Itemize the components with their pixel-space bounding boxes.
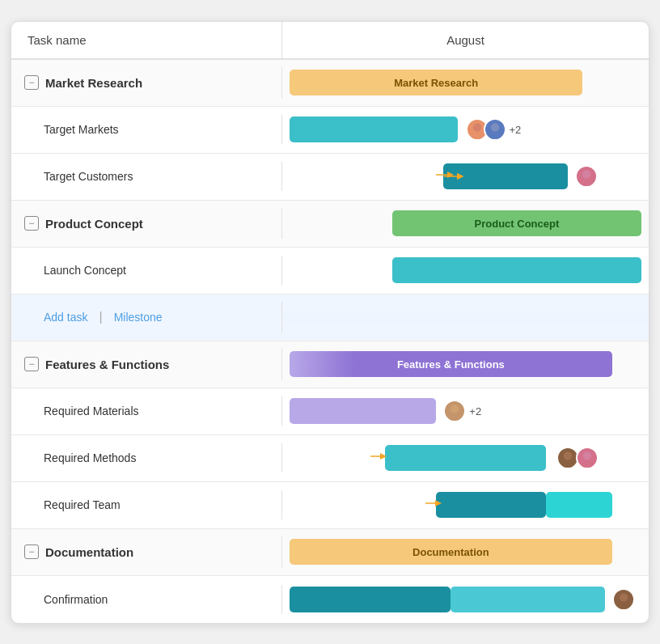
task-name-add-task: Add task | Milestone <box>11 302 282 333</box>
bar-required-materials[interactable] <box>290 398 436 424</box>
avatar-count-target-markets: +2 <box>510 124 522 136</box>
svg-point-5 <box>580 180 594 188</box>
collapse-icon-documentation[interactable]: − <box>24 544 39 559</box>
row-confirmation: Confirmation <box>11 576 649 623</box>
task-name-market-research: − Market Research <box>11 67 282 98</box>
bar-features-functions[interactable]: Features & Functions <box>290 351 612 377</box>
label-required-methods: Required Methods <box>44 451 136 464</box>
timeline-target-customers <box>282 155 649 197</box>
task-name-required-team: Required Team <box>11 490 282 519</box>
avatars-required-materials: +2 <box>443 400 481 422</box>
row-required-methods: Required Methods <box>11 435 649 482</box>
timeline-features-functions: Features & Functions <box>282 343 649 385</box>
bar-required-methods[interactable] <box>385 445 546 471</box>
row-required-materials: Required Materials +2 <box>11 388 649 435</box>
timeline-required-team <box>282 484 649 526</box>
timeline-target-markets: +2 <box>282 108 649 150</box>
svg-point-10 <box>564 451 572 460</box>
dep-connector-3 <box>425 495 448 515</box>
svg-point-13 <box>581 461 594 469</box>
svg-point-15 <box>620 593 628 601</box>
row-product-concept: − Product Concept Product Concept <box>11 201 649 248</box>
task-name-required-materials: Required Materials <box>11 396 282 426</box>
task-name-features-functions: − Features & Functions <box>11 349 282 379</box>
svg-point-3 <box>488 133 501 141</box>
svg-marker-6 <box>447 172 454 178</box>
timeline-required-methods <box>282 437 649 479</box>
avatars-target-markets: +2 <box>466 118 522 141</box>
avatar-6 <box>576 447 599 469</box>
avatar-7 <box>612 588 635 611</box>
bar-confirmation-1[interactable] <box>290 587 451 612</box>
svg-point-0 <box>472 123 480 131</box>
row-target-markets: Target Markets +2 <box>11 107 649 154</box>
bar-launch-concept[interactable] <box>392 257 641 283</box>
svg-point-8 <box>448 414 462 422</box>
label-product-concept: Product Concept <box>45 217 143 231</box>
svg-point-2 <box>490 123 498 131</box>
dep-connector-1 <box>436 167 460 186</box>
label-documentation: Documentation <box>45 545 133 559</box>
avatar-3 <box>575 165 598 188</box>
label-required-team: Required Team <box>44 498 121 511</box>
gantt-chart: Task name August − Market Research Marke… <box>11 21 649 624</box>
row-target-customers: Target Customers <box>11 154 649 201</box>
row-launch-concept: Launch Concept <box>11 248 649 294</box>
timeline-market-research: Market Research <box>282 61 649 104</box>
avatars-required-methods <box>553 447 599 469</box>
row-required-team: Required Team <box>11 482 649 529</box>
label-launch-concept: Launch Concept <box>44 264 126 277</box>
collapse-icon-market-research[interactable]: − <box>24 75 39 90</box>
timeline-add-task <box>282 311 649 324</box>
avatars-target-customers <box>575 165 598 188</box>
timeline-confirmation <box>282 578 649 621</box>
gantt-body: − Market Research Market Research Target… <box>11 60 649 623</box>
timeline-product-concept: Product Concept <box>282 202 649 244</box>
svg-point-4 <box>582 170 590 178</box>
bar-required-team-light[interactable] <box>546 492 612 518</box>
bar-product-concept[interactable]: Product Concept <box>392 210 641 236</box>
svg-point-7 <box>451 405 459 413</box>
avatar-count-materials: +2 <box>469 405 481 417</box>
timeline-launch-concept <box>282 249 649 291</box>
milestone-link[interactable]: Milestone <box>114 311 163 324</box>
label-target-customers: Target Customers <box>44 170 133 183</box>
avatars-confirmation <box>612 588 635 611</box>
task-name-launch-concept: Launch Concept <box>11 256 282 285</box>
gantt-header: Task name August <box>11 22 649 60</box>
svg-point-1 <box>470 133 484 141</box>
svg-point-16 <box>616 603 630 611</box>
timeline-col-header: August <box>282 22 649 58</box>
avatar-2 <box>484 118 506 141</box>
row-features-functions: − Features & Functions Features & Functi… <box>11 341 649 388</box>
label-market-research: Market Research <box>45 76 142 90</box>
svg-point-12 <box>583 451 591 460</box>
bar-target-customers[interactable] <box>443 163 568 189</box>
avatar-4 <box>443 400 466 422</box>
task-name-target-markets: Target Markets <box>11 115 282 144</box>
label-confirmation: Confirmation <box>44 593 108 606</box>
timeline-required-materials: +2 <box>282 390 649 432</box>
row-add-task: Add task | Milestone <box>11 294 649 341</box>
row-documentation: − Documentation Documentation <box>11 529 649 576</box>
timeline-documentation: Documentation <box>282 531 649 573</box>
add-task-link[interactable]: Add task <box>44 311 87 324</box>
separator: | <box>99 310 102 324</box>
task-name-documentation: − Documentation <box>11 536 282 567</box>
task-name-required-methods: Required Methods <box>11 443 282 472</box>
label-features-functions: Features & Functions <box>45 358 169 371</box>
svg-point-11 <box>561 461 575 469</box>
bar-documentation[interactable]: Documentation <box>290 539 612 565</box>
collapse-icon-product-concept[interactable]: − <box>24 216 39 231</box>
dep-connector-2 <box>370 448 393 468</box>
svg-marker-14 <box>435 500 442 506</box>
bar-target-markets[interactable] <box>290 117 458 142</box>
row-market-research: − Market Research Market Research <box>11 60 649 107</box>
bar-required-team-dark[interactable] <box>436 492 546 518</box>
task-col-header: Task name <box>11 22 282 58</box>
bar-market-research[interactable]: Market Research <box>290 70 582 95</box>
bar-confirmation-2[interactable] <box>451 587 604 612</box>
label-target-markets: Target Markets <box>44 123 119 136</box>
task-name-product-concept: − Product Concept <box>11 208 282 239</box>
collapse-icon-features-functions[interactable]: − <box>24 357 39 371</box>
